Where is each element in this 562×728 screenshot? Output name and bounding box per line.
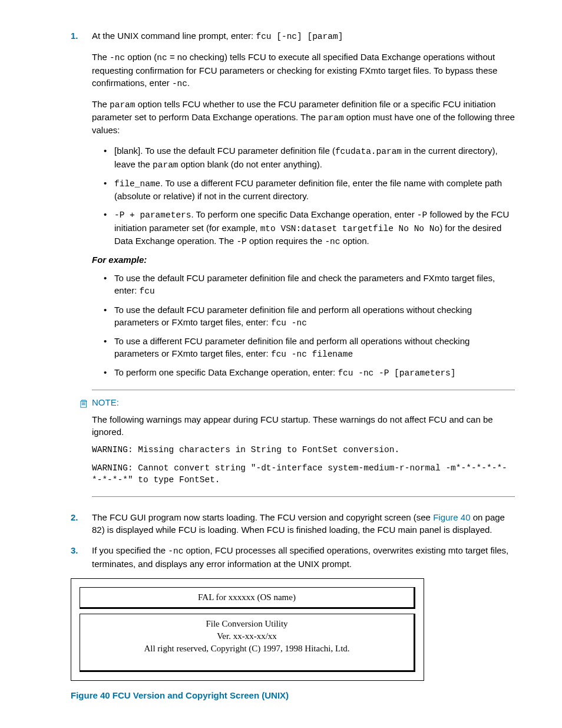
code: nc [157,53,167,62]
step-2-number: 2. [71,511,78,523]
step-1-para2: The -nc option (nc = no checking) tells … [92,51,515,90]
code: param [110,100,135,110]
code: fcu [140,286,155,296]
figure-box: FAL for xxxxxx (OS name) File Conversion… [71,578,424,681]
code: fcu [-nc] [param] [256,32,343,41]
code: fcu -nc filename [271,350,353,359]
list-item: [blank]. To use the default FCU paramete… [104,144,515,171]
text: option ( [125,52,157,62]
code: file_name [114,179,160,189]
step-1-number: 1. [71,29,78,42]
list-item: To use a different FCU parameter definit… [104,335,515,360]
note-icon [80,398,88,407]
figure-title: FAL for xxxxxx (OS name) [198,592,296,602]
figure-caption: Figure 40 FCU Version and Copyright Scre… [71,689,515,701]
figure-link[interactable]: Figure 40 [433,512,470,522]
warning-text: WARNING: Missing characters in String to… [92,444,515,456]
note-label: NOTE: [92,396,119,409]
list-item: To use the default FCU parameter definit… [104,272,515,297]
code: -P [236,237,246,246]
code: param [153,160,178,170]
text: . [187,78,190,88]
text: The FCU GUI program now starts loading. … [92,512,433,522]
figure-titlebar: FAL for xxxxxx (OS name) [80,587,415,609]
figure-line: All right reserved, Copyright (C) 1997, … [80,643,414,655]
code: -nc [325,237,340,246]
step-1-para3: The param option tells FCU whether to us… [92,98,515,137]
list-item: To use the default FCU parameter definit… [104,304,515,329]
text: . To perform one specific Data Exchange … [191,209,417,219]
step-2: 2. The FCU GUI program now starts loadin… [71,511,515,536]
svg-rect-0 [81,401,87,408]
code: param [318,113,344,123]
code: -nc [172,79,187,88]
figure-line: Ver. xx-xx-xx/xx [80,630,414,643]
text: option requires the [247,236,325,246]
note-heading: NOTE: [80,396,515,409]
example-label: For example: [92,253,515,266]
text: To use the default FCU parameter definit… [114,273,495,295]
code: -nc [110,53,125,62]
text: [blank]. To use the default FCU paramete… [114,146,335,156]
list-item: To perform one specific Data Exchange op… [104,366,515,379]
figure-body: File Conversion Utility Ver. xx-xx-xx/xx… [80,614,415,672]
note-text: The following warnings may appear during… [92,413,515,438]
text: To perform one specific Data Exchange op… [114,367,338,377]
text: The [92,99,110,109]
text: At the UNIX command line prompt, enter: [92,31,256,41]
code: fcu -nc [271,318,307,328]
step-1-intro: At the UNIX command line prompt, enter: … [92,29,515,42]
text: The [92,52,110,62]
code: -nc [168,546,183,556]
example-list: To use the default FCU parameter definit… [92,272,515,379]
step-3-number: 3. [71,544,78,556]
text: option blank (do not enter anything). [178,159,322,169]
param-list: [blank]. To use the default FCU paramete… [92,144,515,248]
code: fcu -nc -P [parameters] [338,368,455,378]
note-body: The following warnings may appear during… [92,413,515,486]
list-item: -P + parameters. To perform one specific… [104,208,515,248]
code: -P + parameters [114,210,191,220]
note-block: NOTE: The following warnings may appear … [92,390,515,497]
code: -P [417,210,427,220]
code: fcudata.param [335,147,402,156]
list-item: file_name. To use a different FCU parame… [104,177,515,202]
step-3: 3. If you specified the -nc option, FCU … [71,544,515,569]
text: option. [340,236,369,246]
figure-line: File Conversion Utility [80,618,414,630]
step-2-text: The FCU GUI program now starts loading. … [92,511,515,536]
code: mto VSN:dataset targetfile No No No [260,224,440,233]
step-3-text: If you specified the -nc option, FCU pro… [92,544,515,569]
warning-text: WARNING: Cannot convert string "-dt-inte… [92,462,515,486]
step-1: 1. At the UNIX command line prompt, ente… [71,29,515,497]
text: . To use a different FCU parameter defin… [114,178,502,201]
text: If you specified the [92,545,168,555]
